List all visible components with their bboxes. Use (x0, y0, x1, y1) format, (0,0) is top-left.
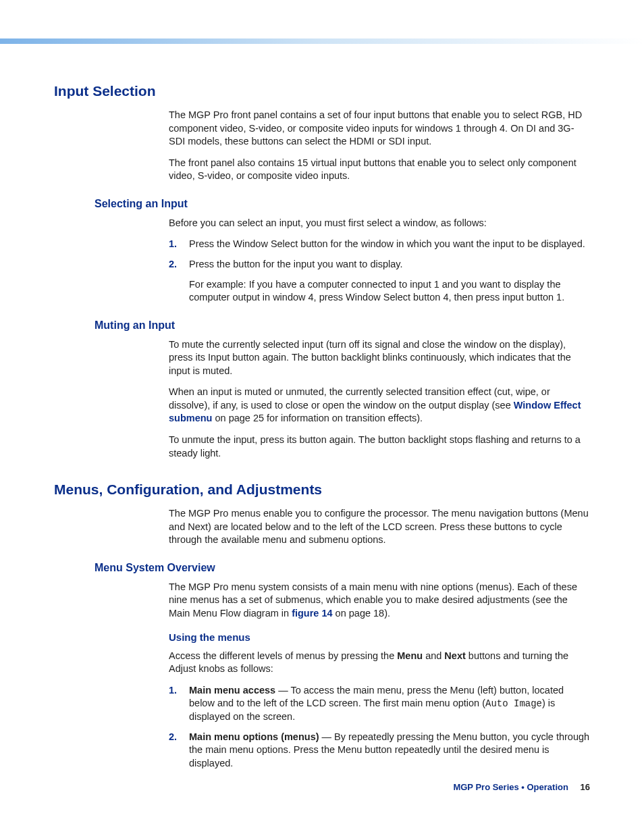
list-number: 1. (169, 238, 177, 251)
footer-title: MGP Pro Series • Operation (453, 782, 568, 792)
footer-page-number: 16 (581, 782, 590, 792)
mono-auto-image: Auto Image (485, 698, 542, 709)
heading-input-selection: Input Selection (54, 83, 590, 99)
link-figure-14[interactable]: figure 14 (292, 608, 332, 619)
paragraph: When an input is muted or unmuted, the c… (169, 386, 590, 425)
header-gradient-bar (0, 38, 644, 44)
bold-next: Next (444, 650, 465, 661)
paragraph: The MGP Pro menu system consists of a ma… (169, 581, 590, 621)
heading-muting-an-input: Muting an Input (95, 319, 590, 332)
list-text: Press the button for the input you want … (189, 259, 403, 269)
heading-using-the-menus: Using the menus (169, 631, 590, 643)
heading-selecting-an-input: Selecting an Input (95, 198, 590, 210)
ordered-list: 1. Press the Window Select button for th… (169, 238, 590, 304)
list-text: Press the Window Select button for the w… (189, 238, 585, 249)
list-item: 1. Press the Window Select button for th… (169, 238, 590, 251)
paragraph: The front panel also contains 15 virtual… (169, 157, 590, 183)
paragraph: To mute the currently selected input (tu… (169, 338, 590, 378)
ordered-list: 1. Main menu access — To access the main… (169, 684, 590, 771)
list-number: 2. (169, 258, 177, 271)
text-fragment: on page 25 for information on transition… (212, 413, 423, 423)
paragraph: Access the different levels of menus by … (169, 650, 590, 676)
list-item: 2. Press the button for the input you wa… (169, 258, 590, 305)
list-item: 2. Main menu options (menus) — By repeat… (169, 731, 590, 771)
page-footer: MGP Pro Series • Operation 16 (453, 782, 590, 792)
list-item: 1. Main menu access — To access the main… (169, 684, 590, 724)
paragraph: To unmute the input, press its button ag… (169, 434, 590, 460)
paragraph: The MGP Pro front panel contains a set o… (169, 109, 590, 149)
page-content: Input Selection The MGP Pro front panel … (0, 44, 644, 770)
list-example: For example: If you have a computer conn… (189, 278, 590, 305)
bold-main-menu-options: Main menu options (menus) (189, 731, 319, 742)
bold-menu: Menu (397, 650, 423, 661)
list-number: 1. (169, 684, 177, 698)
list-number: 2. (169, 731, 177, 744)
paragraph: The MGP Pro menus enable you to configur… (169, 507, 590, 547)
paragraph: Before you can select an input, you must… (169, 217, 590, 230)
text-fragment: Access the different levels of menus by … (169, 650, 397, 661)
heading-menu-system-overview: Menu System Overview (95, 562, 590, 574)
text-fragment: and (423, 650, 444, 661)
bold-main-menu-access: Main menu access (189, 685, 275, 696)
heading-menus-configuration: Menus, Configuration, and Adjustments (54, 481, 590, 498)
text-fragment: on page 18). (333, 608, 390, 619)
text-fragment: When an input is muted or unmuted, the c… (169, 386, 550, 411)
